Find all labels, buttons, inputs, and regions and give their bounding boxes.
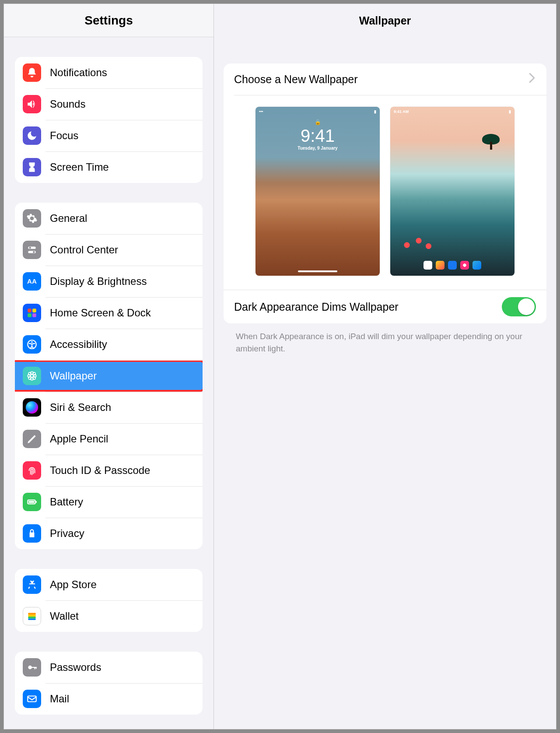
svg-rect-29 [34,667,35,669]
home-dock [424,261,481,270]
sidebar-item-label: Touch ID & Passcode [50,464,150,477]
lock-clock: 9:41 [256,126,380,146]
svg-rect-31 [28,696,36,702]
svg-point-10 [31,341,32,343]
sidebar-item-app-store[interactable]: App Store [15,569,203,600]
sidebar-item-touchid[interactable]: Touch ID & Passcode [15,455,203,486]
home-screen-icon [23,304,41,322]
svg-rect-25 [28,617,35,618]
svg-rect-26 [28,618,35,620]
sidebar-item-screen-time[interactable]: Screen Time [15,151,203,183]
sidebar-item-accessibility[interactable]: Accessibility [15,329,203,360]
wallpaper-card: Choose a New Wallpaper •••▮ 🔒 9:41 [224,63,546,323]
sidebar-item-label: Wallet [50,610,79,622]
settings-sidebar: Settings NotificationsSoundsFocusScreen … [4,4,214,729]
sidebar-item-label: Display & Brightness [50,275,147,288]
svg-point-3 [33,251,35,253]
svg-rect-21 [36,501,37,503]
sidebar-item-siri[interactable]: Siri & Search [15,392,203,423]
sidebar-title: Settings [4,4,214,37]
wallpaper-icon [23,367,41,385]
sidebar-item-wallpaper[interactable]: Wallpaper [15,360,203,392]
siri-icon [23,398,41,417]
sidebar-item-home-screen[interactable]: Home Screen & Dock [15,297,203,329]
sidebar-item-label: General [50,212,87,224]
svg-rect-6 [32,309,36,312]
sidebar-group: PasswordsMail [15,652,203,715]
apple-pencil-icon [23,430,41,448]
wallpaper-panel: Wallpaper Choose a New Wallpaper •••▮ [214,4,556,729]
wallpaper-previews: •••▮ 🔒 9:41 Tuesday, 9 January 9:41 AM▮ [224,95,546,290]
svg-point-27 [28,666,32,670]
svg-rect-7 [28,313,32,317]
sidebar-item-control-center[interactable]: Control Center [15,234,203,266]
sidebar-item-label: Siri & Search [50,401,111,414]
dark-appearance-row: Dark Appearance Dims Wallpaper [224,290,546,323]
sidebar-item-label: Accessibility [50,338,107,351]
sidebar-item-label: Control Center [50,244,118,256]
lock-icon: 🔒 [256,119,380,125]
sidebar-item-label: Passwords [50,661,101,673]
home-screen-preview[interactable]: 9:41 AM▮ [390,107,514,276]
svg-rect-8 [32,313,36,317]
sidebar-item-label: Screen Time [50,161,109,173]
general-icon [23,209,41,228]
touchid-icon [23,461,41,480]
sidebar-item-label: Battery [50,496,83,508]
sidebar-group: NotificationsSoundsFocusScreen Time [15,57,203,183]
notifications-icon [23,63,41,82]
sidebar-group: App StoreWallet [15,569,203,632]
svg-rect-22 [28,501,34,503]
mail-icon [23,690,41,708]
wallet-icon [23,607,41,625]
sidebar-item-label: Mail [50,693,69,705]
dark-appearance-toggle[interactable] [502,297,536,316]
focus-icon [23,126,41,145]
sidebar-item-passwords[interactable]: Passwords [15,652,203,683]
choose-new-wallpaper-row[interactable]: Choose a New Wallpaper [224,63,546,95]
sidebar-item-label: Wallpaper [50,370,97,382]
sidebar-item-notifications[interactable]: Notifications [15,57,203,88]
dark-appearance-label: Dark Appearance Dims Wallpaper [234,301,399,313]
sidebar-item-label: App Store [50,579,97,591]
svg-text:AA: AA [27,277,37,285]
dark-appearance-footer: When Dark Appearance is on, iPad will di… [224,323,546,354]
sidebar-item-sounds[interactable]: Sounds [15,88,203,120]
svg-rect-24 [28,615,35,617]
lock-date: Tuesday, 9 January [256,146,380,151]
sidebar-item-wallet[interactable]: Wallet [15,600,203,632]
sidebar-item-label: Focus [50,130,78,142]
sounds-icon [23,95,41,113]
sidebar-item-focus[interactable]: Focus [15,120,203,151]
svg-rect-30 [36,667,37,669]
sidebar-item-label: Sounds [50,98,85,110]
choose-new-wallpaper-label: Choose a New Wallpaper [234,73,358,86]
svg-point-2 [29,247,31,249]
svg-rect-23 [28,613,35,614]
sidebar-item-label: Apple Pencil [50,433,108,445]
battery-icon [23,493,41,511]
sidebar-item-battery[interactable]: Battery [15,486,203,518]
chevron-right-icon [528,72,536,86]
sidebar-group: GeneralControl CenterAADisplay & Brightn… [15,203,203,549]
sidebar-item-apple-pencil[interactable]: Apple Pencil [15,423,203,455]
sidebar-item-label: Notifications [50,67,107,79]
sidebar-item-mail[interactable]: Mail [15,683,203,715]
screen-time-icon [23,158,41,176]
svg-rect-28 [32,667,36,668]
page-title: Wallpaper [214,4,556,37]
sidebar-item-general[interactable]: General [15,203,203,234]
sidebar-item-display[interactable]: AADisplay & Brightness [15,266,203,297]
lock-screen-preview[interactable]: •••▮ 🔒 9:41 Tuesday, 9 January [256,107,380,276]
sidebar-item-label: Home Screen & Dock [50,307,151,319]
sidebar-item-privacy[interactable]: Privacy [15,518,203,549]
display-icon: AA [23,272,41,291]
app-store-icon [23,575,41,594]
control-center-icon [23,241,41,259]
sidebar-item-label: Privacy [50,527,84,540]
passwords-icon [23,658,41,677]
privacy-icon [23,524,41,543]
accessibility-icon [23,335,41,354]
svg-rect-5 [28,309,32,312]
